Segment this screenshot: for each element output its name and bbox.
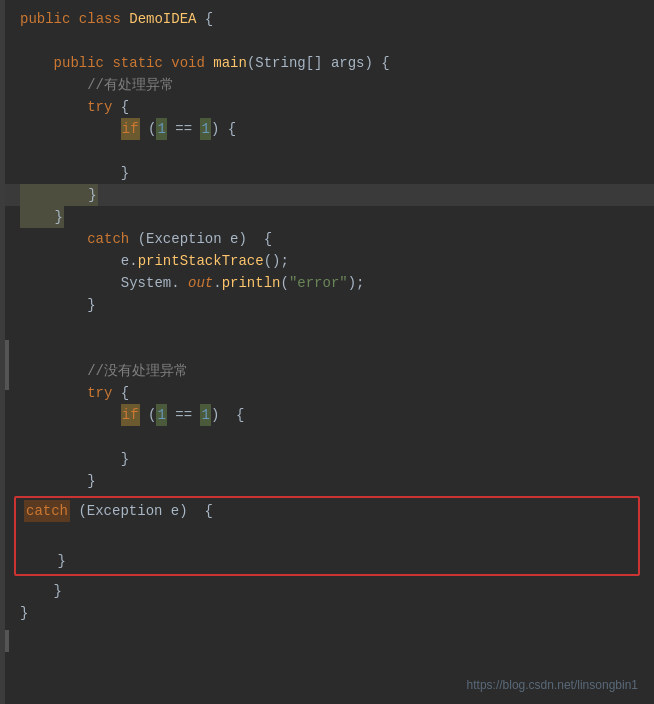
code-line-5: try { (0, 96, 654, 118)
code-line-20 (0, 426, 654, 448)
code-line-8: } (0, 162, 654, 184)
if-keyword: if (121, 118, 140, 140)
catch-keyword: catch (24, 500, 70, 522)
code-line-10: } (0, 206, 654, 228)
catch-close: } (16, 550, 638, 572)
keyword-class: class (79, 8, 121, 30)
code-line-18: try { (0, 382, 654, 404)
code-line-13: System. out . println ( "error" ); (0, 272, 654, 294)
watermark: https://blog.csdn.net/linsongbin1 (467, 678, 638, 692)
code-line-22: } (0, 470, 654, 492)
code-line-14: } (0, 294, 654, 316)
code-line-12: e. printStackTrace (); (0, 250, 654, 272)
code-line-4: //有处理异常 (0, 74, 654, 96)
class-name: DemoIDEA (129, 8, 196, 30)
code-line-9: } (0, 184, 654, 206)
catch-line: catch (Exception e) { (16, 500, 638, 522)
code-line-2 (0, 30, 654, 52)
catch-body-blank (16, 522, 638, 550)
code-line-11: catch (Exception e) { (0, 228, 654, 250)
code-line-15 (0, 316, 654, 338)
code-line-6: if ( 1 == 1 ) { (0, 118, 654, 140)
left-indicator (5, 340, 9, 390)
code-line-21: } (0, 448, 654, 470)
code-line-7 (0, 140, 654, 162)
code-line-1: public class DemoIDEA { (0, 8, 654, 30)
if-keyword-2: if (121, 404, 140, 426)
code-line-end1: } (0, 580, 654, 602)
code-line-end2: } (0, 602, 654, 624)
code-line-3: public static void main (String[] args) … (0, 52, 654, 74)
code-line-16 (0, 338, 654, 360)
left-indicator-2 (5, 630, 9, 652)
code-editor: public class DemoIDEA { public static vo… (0, 0, 654, 704)
catch-block-highlighted: catch (Exception e) { } (14, 496, 640, 576)
code-line-17: //没有处理异常 (0, 360, 654, 382)
code-line-19: if ( 1 == 1 ) { (0, 404, 654, 426)
keyword-public: public (20, 8, 70, 30)
